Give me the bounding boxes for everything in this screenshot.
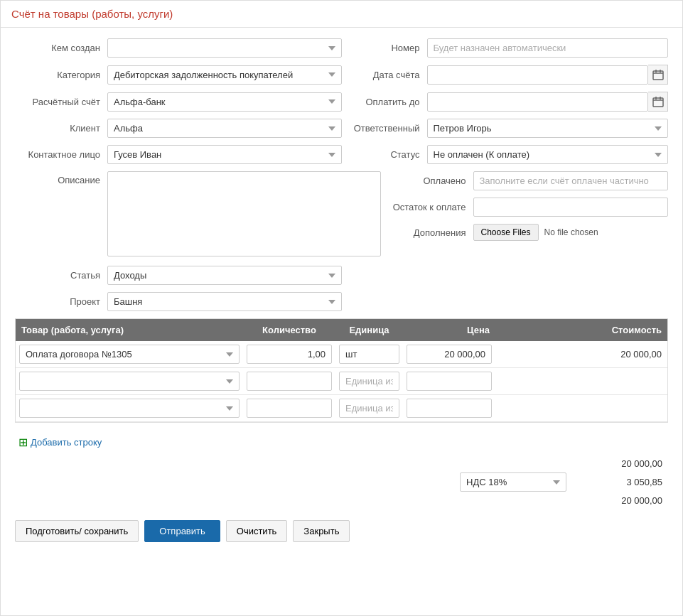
td-cost-1: 20 000,00 <box>495 345 667 363</box>
td-product-1: Оплата договора №1305 <box>16 341 243 367</box>
svg-rect-4 <box>653 98 663 107</box>
vat-select[interactable]: НДС 18% <box>460 472 566 492</box>
client-label: Клиент <box>15 123 107 134</box>
row-remainder: Остаток к оплате <box>388 198 669 217</box>
row-project: Проект Башня <box>15 292 668 311</box>
date-input[interactable]: 02.06.17 <box>427 65 649 85</box>
table-header: Товар (работа, услуга) Количество Единиц… <box>16 319 667 341</box>
td-unit-3 <box>335 395 403 421</box>
status-select[interactable]: Не оплачен (К оплате) <box>427 145 669 164</box>
statya-label: Статья <box>15 270 107 281</box>
row-created-nomer: Кем создан Номер <box>15 38 668 58</box>
left-created: Кем создан <box>15 38 342 58</box>
vat-row: НДС 18% 3 050,85 <box>460 472 662 492</box>
price-input-2[interactable] <box>407 372 492 391</box>
row-category-date: Категория Дебиторская задолженность поку… <box>15 65 668 85</box>
add-icon: ⊞ <box>18 436 28 449</box>
category-label: Категория <box>15 70 107 80</box>
close-button[interactable]: Закрыть <box>293 520 350 542</box>
nomer-field <box>427 38 669 58</box>
total-row-1: 20 000,00 <box>15 458 662 469</box>
td-price-1 <box>403 341 495 367</box>
payuntil-label: Оплатить до <box>342 97 427 107</box>
description-textarea[interactable] <box>107 171 381 256</box>
date-field: 02.06.17 <box>427 65 669 85</box>
qty-input-2[interactable] <box>247 372 332 391</box>
row-paid: Оплачено <box>388 171 669 190</box>
price-input-1[interactable] <box>407 345 492 364</box>
remainder-input[interactable] <box>473 198 669 217</box>
file-input-wrapper: Choose Files No file chosen <box>473 224 669 241</box>
page-container: Счёт на товары (работы, услуги) Кем созд… <box>0 0 683 616</box>
contact-label: Контактное лицо <box>15 149 107 160</box>
created-by-field <box>107 38 342 58</box>
product-select-2[interactable] <box>19 372 240 391</box>
td-price-2 <box>403 368 495 394</box>
send-button[interactable]: Отправить <box>144 520 220 542</box>
form-body: Кем создан Номер Категория <box>1 28 682 560</box>
left-contact: Контактное лицо Гусев Иван <box>15 145 342 164</box>
td-product-2 <box>16 368 243 394</box>
choose-files-button[interactable]: Choose Files <box>473 224 539 241</box>
td-unit-1 <box>335 341 403 367</box>
td-cost-3 <box>495 405 667 412</box>
bank-label: Расчётный счёт <box>15 97 107 107</box>
product-select-3[interactable] <box>19 399 240 418</box>
left-statya: Статья Доходы <box>15 266 342 285</box>
created-by-select[interactable] <box>107 38 342 58</box>
statya-select[interactable]: Доходы <box>107 266 342 285</box>
td-unit-2 <box>335 368 403 394</box>
contact-select[interactable]: Гусев Иван <box>107 145 342 164</box>
clear-button[interactable]: Очистить <box>226 520 288 542</box>
unit-input-3[interactable] <box>339 399 399 418</box>
td-price-3 <box>403 395 495 421</box>
status-label: Статус <box>342 149 427 160</box>
project-select[interactable]: Башня <box>107 292 342 311</box>
unit-input-1[interactable] <box>339 345 399 364</box>
unit-input-2[interactable] <box>339 372 399 391</box>
td-cost-2 <box>495 378 667 385</box>
nomer-input[interactable] <box>427 38 669 58</box>
bank-field: Альфа-банк <box>107 92 342 112</box>
category-select[interactable]: Дебиторская задолженность покупателей <box>107 65 342 85</box>
qty-input-3[interactable] <box>247 399 332 418</box>
responsible-field: Петров Игорь <box>427 119 669 138</box>
payuntil-calendar-icon[interactable] <box>648 92 668 112</box>
add-row-label: Добавить строку <box>31 437 102 448</box>
qty-input-1[interactable] <box>247 345 332 364</box>
payuntil-wrapper: 16.06.17 <box>427 92 669 112</box>
table-row <box>16 368 667 395</box>
td-qty-3 <box>243 395 335 421</box>
responsible-select[interactable]: Петров Игорь <box>427 119 669 138</box>
project-field: Башня <box>107 292 342 311</box>
client-field: Альфа <box>107 119 342 138</box>
desc-textarea-wrapper <box>107 171 388 259</box>
payuntil-input[interactable]: 16.06.17 <box>427 92 649 112</box>
add-row-link[interactable]: ⊞ Добавить строку <box>18 430 102 455</box>
td-product-3 <box>16 395 243 421</box>
vat-amount: 3 050,85 <box>570 477 662 487</box>
product-select-1[interactable]: Оплата договора №1305 <box>19 345 240 364</box>
client-select[interactable]: Альфа <box>107 119 342 138</box>
paid-input[interactable] <box>473 171 669 190</box>
row-bank-payuntil: Расчётный счёт Альфа-банк Оплатить до 16… <box>15 92 668 112</box>
svg-rect-0 <box>653 71 663 80</box>
price-input-3[interactable] <box>407 399 492 418</box>
contact-field: Гусев Иван <box>107 145 342 164</box>
th-qty: Количество <box>243 319 335 341</box>
row-description: Описание Оплачено Остаток к оплате <box>15 171 668 259</box>
calendar-icon[interactable] <box>648 65 668 85</box>
right-nomer: Номер <box>342 38 669 58</box>
dopol-field: Choose Files No file chosen <box>473 224 669 241</box>
project-label: Проект <box>15 296 107 307</box>
no-file-text: No file chosen <box>544 227 598 237</box>
td-qty-1 <box>243 341 335 367</box>
bank-select[interactable]: Альфа-банк <box>107 92 342 112</box>
payuntil-field: 16.06.17 <box>427 92 669 112</box>
prepare-button[interactable]: Подготовить/ сохранить <box>15 520 139 542</box>
right-responsible: Ответственный Петров Игорь <box>342 119 669 138</box>
right-desc-fields: Оплачено Остаток к оплате До <box>388 171 669 248</box>
date-wrapper: 02.06.17 <box>427 65 669 85</box>
date-label: Дата счёта <box>342 70 427 80</box>
grand-total: 20 000,00 <box>570 495 662 506</box>
